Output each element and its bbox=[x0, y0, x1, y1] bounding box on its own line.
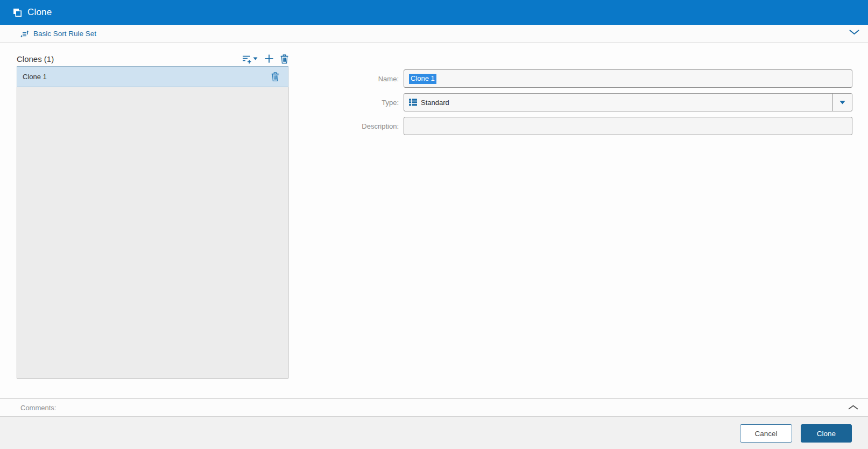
clones-list-header: Clones (1) bbox=[17, 52, 288, 65]
type-dropdown-value-area: Standard bbox=[404, 94, 832, 111]
clones-list-toolbar bbox=[242, 54, 288, 64]
type-dropdown-value: Standard bbox=[421, 99, 449, 107]
name-form-row: Name: Clone 1 bbox=[301, 69, 852, 88]
name-input[interactable]: Clone 1 bbox=[404, 69, 852, 88]
delete-clone-item-button[interactable] bbox=[271, 72, 279, 81]
dialog-title: Clone bbox=[27, 7, 52, 18]
clone-icon bbox=[12, 8, 22, 17]
type-list-icon bbox=[409, 99, 417, 106]
cancel-button[interactable]: Cancel bbox=[740, 424, 792, 443]
clones-count-title: Clones (1) bbox=[17, 54, 54, 64]
type-label: Type: bbox=[301, 99, 404, 107]
dialog-titlebar: Clone bbox=[0, 0, 868, 25]
description-label: Description: bbox=[301, 122, 404, 130]
caret-down-icon bbox=[253, 57, 258, 60]
context-bar: Basic Sort Rule Set bbox=[0, 25, 868, 43]
clone-button[interactable]: Clone bbox=[801, 424, 852, 443]
dialog-footer: Cancel Clone bbox=[0, 417, 868, 449]
dropdown-caret-icon bbox=[839, 101, 845, 104]
name-input-selected-text: Clone 1 bbox=[409, 74, 436, 84]
comments-label: Comments: bbox=[20, 404, 56, 412]
clone-item-label: Clone 1 bbox=[23, 73, 47, 81]
sort-rule-set-icon bbox=[20, 30, 29, 38]
type-form-row: Type: Standard bbox=[301, 93, 852, 111]
clone-dialog: { "titlebar": { "title": "Clone" }, "bre… bbox=[0, 0, 868, 449]
collapse-header-chevron-down-icon[interactable] bbox=[849, 30, 859, 35]
comments-collapse-chevron-up-icon[interactable] bbox=[848, 405, 858, 410]
delete-clones-button[interactable] bbox=[280, 54, 288, 64]
name-label: Name: bbox=[301, 75, 404, 83]
rule-set-breadcrumb[interactable]: Basic Sort Rule Set bbox=[33, 30, 96, 38]
sort-options-button[interactable] bbox=[242, 54, 258, 64]
description-input[interactable] bbox=[404, 117, 852, 135]
clone-list-item[interactable]: Clone 1 bbox=[17, 66, 288, 87]
clones-list: Clone 1 bbox=[17, 66, 288, 378]
sort-add-icon bbox=[242, 54, 251, 64]
comments-section-bar: Comments: bbox=[0, 398, 868, 417]
type-dropdown-button[interactable] bbox=[832, 94, 852, 111]
type-dropdown[interactable]: Standard bbox=[404, 93, 852, 111]
add-clone-button[interactable] bbox=[265, 54, 273, 63]
description-form-row: Description: bbox=[301, 117, 852, 135]
